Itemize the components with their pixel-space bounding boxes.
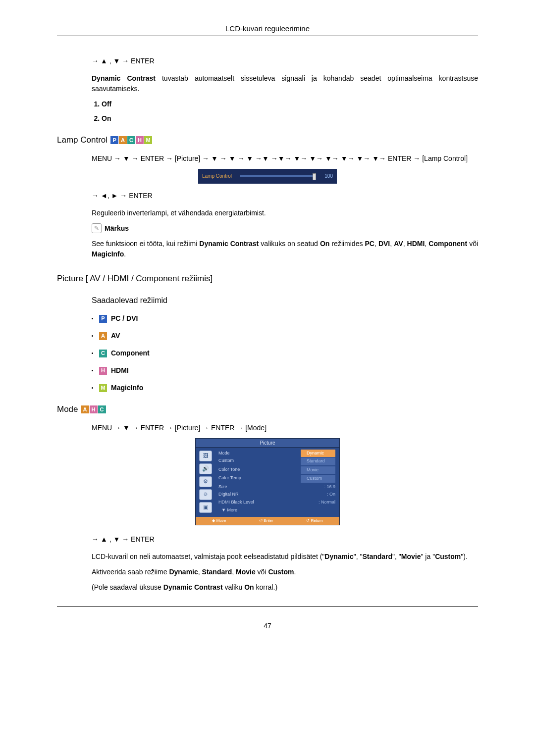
osd-menu-title: Picture (196, 439, 339, 448)
note-icon: ✎ (92, 223, 102, 233)
page-footer-rule (57, 606, 478, 609)
option-on: On (102, 113, 478, 124)
mode-title: Mode (57, 403, 78, 416)
osd-slider-thumb (313, 173, 316, 180)
mode-hdmi: HHDMI (92, 365, 478, 376)
badge-a-icon: A (119, 136, 127, 144)
badge-c-icon: C (98, 405, 106, 413)
badge-a-icon: A (81, 405, 89, 413)
mode-component: CComponent (92, 348, 478, 358)
osd-row-digital-nr: Digital NR: On (216, 491, 337, 499)
dynamic-contrast-description: Dynamic Contrast tuvastab automaatselt s… (92, 73, 478, 94)
available-modes-subtitle: Saadaolevad režiimid (92, 295, 478, 306)
osd-more-row: ▼ More (216, 506, 337, 515)
page-number: 47 (57, 621, 478, 631)
picture-section-heading: Picture [ AV / HDMI / Component režiimis… (57, 272, 478, 285)
badge-p-icon: P (110, 136, 118, 144)
badge-h-icon: H (90, 405, 98, 413)
note-label: Märkus (105, 223, 129, 234)
mode-heading: Mode A H C (57, 403, 478, 416)
off-on-list: Off On (92, 99, 478, 124)
note-heading: ✎ Märkus (92, 223, 478, 234)
available-modes-list: PPC / DVI AAV CComponent HHDMI MMagicInf… (92, 313, 478, 393)
badge-c-icon: C (99, 350, 107, 357)
lamp-control-osd-bar: Lamp Control 100 (198, 169, 337, 184)
lamp-control-heading: Lamp Control P A C H M (57, 134, 478, 147)
badge-m-icon: M (99, 384, 107, 392)
osd-sound-tab-icon: 🔊 (199, 463, 212, 474)
option-off: Off (102, 99, 478, 109)
lamp-control-menu-path: MENU → ▼ → ENTER → [Picture] → ▼ → ▼ → ▼… (92, 153, 478, 164)
osd-row-hdmi-black: HDMI Black Level: Normal (216, 499, 337, 506)
page-header: LCD-kuvari reguleerimine (57, 24, 478, 36)
osd-option-tab-icon: ⛭ (199, 489, 212, 500)
osd-bar-label: Lamp Control (202, 172, 237, 180)
lamp-control-badges: P A C H M (110, 136, 152, 144)
mode-pc-dvi: PPC / DVI (92, 313, 478, 324)
osd-footer-return: ↺ Return (306, 518, 322, 524)
note-text: See funktsioon ei tööta, kui režiimi Dyn… (92, 239, 478, 259)
osd-setup-tab-icon: ⚙ (199, 476, 212, 487)
osd-row-color-temp: Color Temp.Custom (216, 474, 337, 483)
mode-desc-1: LCD-kuvaril on neli automaatset, valmist… (92, 552, 478, 562)
badge-a-icon: A (99, 332, 107, 340)
picture-osd-menu: Picture 🖼 🔊 ⚙ ⛭ ▣ ModeDynamic CustomStan… (195, 438, 340, 525)
osd-picture-tab-icon: 🖼 (199, 451, 212, 461)
nav-line-2: → ◄, ► → ENTER (92, 191, 478, 201)
osd-row-mode: ModeDynamic (216, 450, 337, 457)
osd-input-tab-icon: ▣ (199, 502, 212, 513)
osd-row-color-tone: Color ToneMovie (216, 466, 337, 475)
mode-magicinfo: MMagicInfo (92, 383, 478, 393)
picture-section-title: Picture [ AV / HDMI / Component režiimis… (57, 272, 213, 285)
badge-h-icon: H (99, 367, 107, 375)
osd-footer-move: ◆ Move (212, 518, 226, 524)
osd-bar-value: 100 (319, 172, 333, 180)
mode-desc-2: Aktiveerida saab režiime Dynamic, Standa… (92, 567, 478, 577)
mode-badges: A H C (81, 405, 106, 413)
badge-p-icon: P (99, 315, 107, 323)
mode-desc-3: (Pole saadaval üksuse Dynamic Contrast v… (92, 582, 478, 593)
osd-footer: ◆ Move ⏎ Enter ↺ Return (196, 517, 339, 525)
badge-h-icon: H (136, 136, 144, 144)
badge-m-icon: M (144, 136, 152, 144)
dynamic-contrast-term: Dynamic Contrast (92, 74, 156, 82)
mode-av: AAV (92, 331, 478, 341)
lamp-control-title: Lamp Control (57, 134, 107, 147)
osd-rows: ModeDynamic CustomStandard Color ToneMov… (214, 450, 337, 515)
osd-side-icons: 🖼 🔊 ⚙ ⛭ ▣ (198, 450, 214, 515)
badge-c-icon: C (127, 136, 135, 144)
mode-menu-path: MENU → ▼ → ENTER → [Picture] → ENTER → [… (92, 423, 478, 433)
osd-row-size: Size: 16:9 (216, 483, 337, 491)
nav-line-3: → ▲ , ▼ → ENTER (92, 534, 478, 545)
osd-row-custom: CustomStandard (216, 457, 337, 466)
osd-bar-slider (240, 175, 316, 177)
lamp-control-desc: Reguleerib inverterlampi, et vähendada e… (92, 208, 478, 218)
osd-footer-enter: ⏎ Enter (259, 518, 273, 524)
nav-line-1: → ▲ , ▼ → ENTER (92, 56, 478, 66)
